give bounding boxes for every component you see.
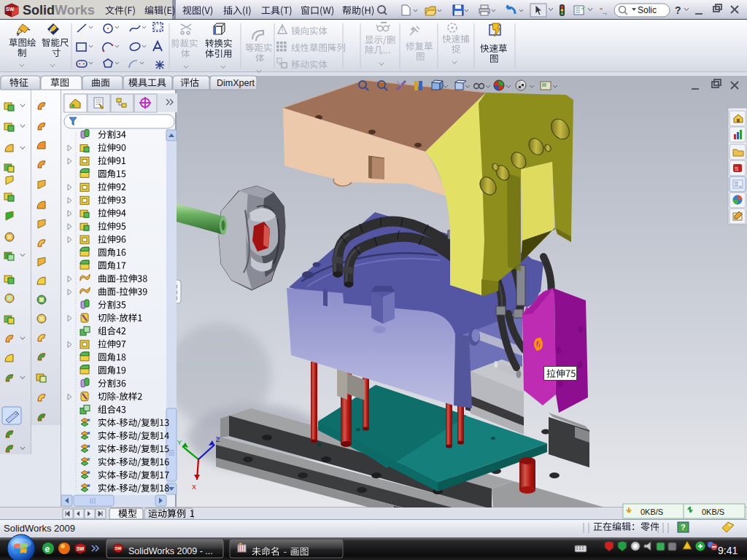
- svg-text:?: ?: [675, 4, 681, 16]
- svg-text:SolidWorks: SolidWorks: [23, 3, 95, 18]
- svg-text:Z: Z: [216, 436, 220, 443]
- svg-text:".,: ".,: [600, 7, 607, 15]
- svg-text:?: ?: [681, 523, 686, 532]
- svg-text:e: e: [45, 544, 50, 554]
- svg-text:9:41: 9:41: [718, 545, 738, 556]
- svg-text:SW: SW: [6, 7, 15, 12]
- svg-text:SW: SW: [77, 546, 85, 551]
- svg-text:Solic: Solic: [638, 5, 657, 15]
- svg-text:X: X: [192, 483, 196, 491]
- svg-text:SolidWorks 2009 - ...: SolidWorks 2009 - ...: [128, 546, 213, 556]
- svg-text:0KB/S: 0KB/S: [640, 508, 663, 516]
- svg-text:SolidWorks 2009: SolidWorks 2009: [4, 523, 75, 534]
- svg-text:SW: SW: [115, 546, 123, 551]
- svg-text:DimXpert: DimXpert: [217, 78, 255, 88]
- svg-text:Y: Y: [177, 439, 182, 446]
- svg-text:S: S: [735, 166, 738, 172]
- svg-text:0KB/S: 0KB/S: [702, 508, 724, 516]
